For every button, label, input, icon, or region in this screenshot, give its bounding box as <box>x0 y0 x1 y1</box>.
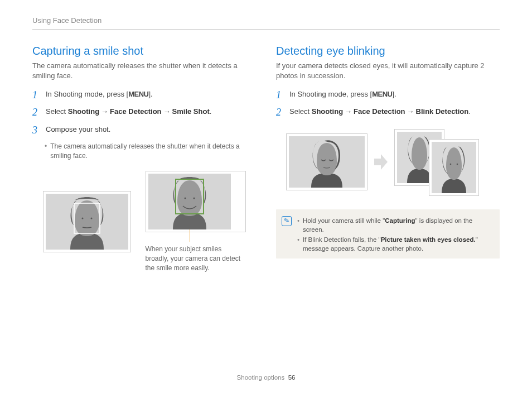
intro-text-smile: The camera automatically releases the sh… <box>32 61 256 81</box>
step-number: 2 <box>32 107 43 119</box>
tip-item: If Blink Detection fails, the "Picture t… <box>297 235 494 253</box>
image-row-smile: When your subject smiles broadly, your c… <box>32 171 256 272</box>
text: ]. <box>148 90 152 98</box>
text: . <box>468 107 471 116</box>
illustration-two-photos <box>394 129 490 195</box>
image-row-blink <box>276 129 500 195</box>
text-bold: Picture taken with eyes closed. <box>381 236 476 243</box>
tip-list: Hold your camera still while "Capturing"… <box>297 215 494 254</box>
illustration-face-smiling <box>146 171 246 232</box>
menu-key-icon: MENU <box>372 90 392 98</box>
tip-box: ✎ Hold your camera still while "Capturin… <box>276 209 500 259</box>
page-footer: Shooting options 56 <box>0 373 532 382</box>
step-body: Select Shooting→Face Detection→Smile Sho… <box>46 107 211 119</box>
arrow-icon: → <box>162 107 172 116</box>
step-body: Select Shooting→Face Detection→Blink Det… <box>289 107 471 119</box>
caption-smile: When your subject smiles broadly, your c… <box>146 245 246 272</box>
left-column: Capturing a smile shot The camera automa… <box>32 43 256 272</box>
bullet-note: The camera automatically releases the sh… <box>45 142 256 161</box>
text-bold: Capturing <box>385 217 415 224</box>
section-heading-blink: Detecting eye blinking <box>276 43 500 59</box>
step-number: 1 <box>276 89 287 102</box>
step-body: In Shooting mode, press [MENU]. <box>46 89 153 102</box>
text: Select <box>46 107 68 116</box>
step-body: Compose your shot. <box>46 125 110 137</box>
svg-point-11 <box>449 163 451 165</box>
two-column-layout: Capturing a smile shot The camera automa… <box>32 43 500 272</box>
section-heading-smile: Capturing a smile shot <box>32 43 256 59</box>
arrow-icon: → <box>99 107 110 116</box>
face-svg <box>148 174 231 229</box>
text: In Shooting mode, press [ <box>289 90 372 98</box>
path-part: Face Detection <box>354 107 405 116</box>
page-number: 56 <box>288 374 296 381</box>
step-number: 1 <box>32 89 43 102</box>
face-svg <box>289 136 365 188</box>
svg-point-7 <box>193 197 195 199</box>
intro-text-blink: If your camera detects closed eyes, it w… <box>276 61 500 81</box>
footer-section-label: Shooting options <box>237 374 285 381</box>
step-1-blink: 1 In Shooting mode, press [MENU]. <box>276 89 500 102</box>
text: . <box>210 107 212 116</box>
step-1-smile: 1 In Shooting mode, press [MENU]. <box>32 89 256 102</box>
step-number: 2 <box>276 107 287 119</box>
illustration-face-neutral <box>43 191 131 252</box>
face-svg <box>46 194 128 250</box>
path-part: Shooting <box>312 107 343 116</box>
svg-point-6 <box>184 197 186 199</box>
step-2-blink: 2 Select Shooting→Face Detection→Blink D… <box>276 107 500 119</box>
stack-photo-front <box>429 139 479 196</box>
step-3-smile: 3 Compose your shot. <box>32 125 256 137</box>
face-svg <box>432 142 476 193</box>
menu-key-icon: MENU <box>128 90 148 98</box>
text: In Shooting mode, press [ <box>46 90 128 98</box>
illustration-col-right: When your subject smiles broadly, your c… <box>146 171 246 272</box>
illustration-eyes-closed <box>286 133 367 190</box>
svg-point-2 <box>81 218 83 219</box>
step-2-smile: 2 Select Shooting→Face Detection→Smile S… <box>32 107 256 119</box>
step-number: 3 <box>32 125 43 137</box>
path-part: Smile Shot <box>172 107 210 116</box>
arrow-icon: → <box>405 107 416 116</box>
breadcrumb: Using Face Detection <box>32 16 500 30</box>
path-part: Face Detection <box>110 107 161 116</box>
arrow-right-icon <box>373 151 389 173</box>
path-part: Shooting <box>68 107 99 116</box>
text: Select <box>289 107 312 116</box>
callout-line <box>190 229 190 242</box>
tip-item: Hold your camera still while "Capturing"… <box>297 216 494 234</box>
svg-point-3 <box>90 218 92 219</box>
arrow-icon: → <box>343 107 354 116</box>
text: ]. <box>392 90 396 98</box>
right-column: Detecting eye blinking If your camera de… <box>276 43 500 272</box>
path-part: Blink Detection <box>416 107 469 116</box>
text: Hold your camera still while " <box>303 217 385 224</box>
step-body: In Shooting mode, press [MENU]. <box>289 89 396 102</box>
svg-point-12 <box>456 163 458 165</box>
text: If Blink Detection fails, the " <box>303 236 381 243</box>
bullet-text: The camera automatically releases the sh… <box>50 142 256 161</box>
note-icon: ✎ <box>282 216 292 226</box>
